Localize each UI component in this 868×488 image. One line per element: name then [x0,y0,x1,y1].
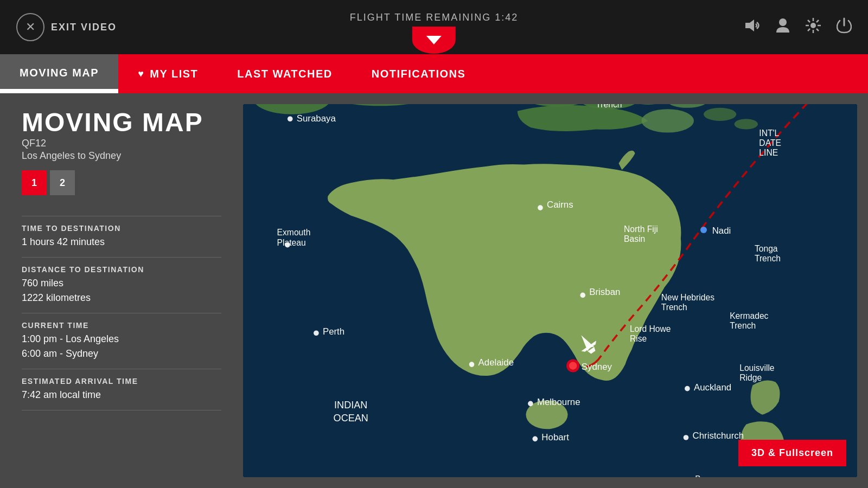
nav-notifications-label: NOTIFICATIONS [372,68,466,80]
svg-text:INT'L: INT'L [759,129,779,138]
svg-text:Perth: Perth [323,326,344,337]
svg-text:Trench: Trench [730,321,756,330]
svg-text:Christchurch: Christchurch [693,431,744,441]
svg-text:Trench: Trench [755,254,781,263]
current-time-sydney: 6:00 am - Sydney [22,346,221,361]
nav-moving-map-label: MOVING MAP [20,67,99,79]
svg-text:Tonga: Tonga [755,244,778,253]
svg-point-28 [314,330,319,336]
svg-text:Kermadec: Kermadec [730,311,768,320]
view-button-2[interactable]: 2 [50,170,75,195]
distance-to-destination-label: DISTANCE TO DESTINATION [22,265,221,274]
svg-text:Trench: Trench [661,303,687,312]
svg-line-9 [816,20,819,22]
svg-text:OCEAN: OCEAN [334,413,368,423]
svg-text:Boun...: Boun... [695,474,722,477]
time-to-destination-label: TIME TO DESTINATION [22,224,221,233]
svg-text:Adelaide: Adelaide [478,357,514,368]
star-icon[interactable] [805,17,821,37]
svg-text:Lord Howe: Lord Howe [630,324,671,333]
svg-point-24 [569,362,577,369]
flight-number: QF12 [22,138,221,149]
svg-point-2 [810,23,816,28]
svg-text:Nadi: Nadi [712,226,731,236]
view-button-1[interactable]: 1 [22,170,47,195]
svg-point-32 [532,436,538,442]
svg-text:Brisban: Brisban [589,287,620,297]
flight-time-info: FLIGHT TIME REMAINING 1:42 [350,0,518,54]
time-to-destination-value: 1 hours 42 minutes [22,235,221,249]
map-area: Surabaya New Britain Trench INT'L DATE L… [243,104,857,477]
svg-point-35 [684,435,689,440]
svg-point-34 [685,386,690,391]
person-icon[interactable] [776,17,790,37]
exit-circle-icon: ✕ [16,13,44,41]
exit-video-button[interactable]: ✕ EXIT VIDEO [16,13,117,41]
svg-text:Basin: Basin [624,234,645,243]
top-icon-group [744,17,852,37]
svg-text:Ridge: Ridge [739,373,762,382]
svg-text:Hobart: Hobart [541,432,569,442]
nav-last-watched[interactable]: LAST WATCHED [218,54,352,93]
divider-1 [22,216,221,216]
current-time-la: 1:00 pm - Los Angeles [22,332,221,346]
svg-point-21 [735,119,758,129]
svg-point-33 [700,227,707,233]
view-button-group: 1 2 [22,170,221,195]
dropdown-arrow-button[interactable] [412,27,456,54]
nav-notifications[interactable]: NOTIFICATIONS [352,54,486,93]
nav-my-list-label: MY LIST [150,68,198,80]
map-section-title: MOVING MAP [22,110,221,136]
svg-point-20 [704,108,736,121]
svg-text:Cairns: Cairns [547,200,573,210]
svg-text:Melbourne: Melbourne [537,397,580,407]
flight-time-remaining: FLIGHT TIME REMAINING 1:42 [350,0,518,23]
svg-point-31 [528,401,533,407]
svg-text:Louisville: Louisville [739,363,774,373]
svg-marker-0 [745,20,754,31]
svg-text:Plateau: Plateau [277,238,306,247]
top-bar: ✕ EXIT VIDEO FLIGHT TIME REMAINING 1:42 [0,0,868,54]
svg-text:Exmouth: Exmouth [277,228,311,237]
time-to-destination-section: TIME TO DESTINATION 1 hours 42 minutes [22,224,221,249]
distance-km: 1222 kilometres [22,291,221,305]
divider-4 [22,369,221,369]
estimated-arrival-label: ESTIMATED ARRIVAL TIME [22,377,221,386]
svg-point-19 [642,109,694,132]
distance-miles: 760 miles [22,276,221,291]
svg-point-29 [580,293,585,298]
svg-line-10 [808,29,810,31]
power-icon[interactable] [837,17,852,37]
divider-2 [22,257,221,258]
svg-text:New Hebrides: New Hebrides [661,293,714,302]
svg-text:Surabaya: Surabaya [297,113,336,124]
volume-icon[interactable] [744,18,761,36]
svg-text:Trench: Trench [596,104,622,109]
svg-text:INDIAN: INDIAN [334,400,367,410]
fullscreen-button[interactable]: 3D & Fullscreen [738,440,846,466]
distance-to-destination-section: DISTANCE TO DESTINATION 760 miles 1222 k… [22,265,221,305]
nav-bar: MOVING MAP ♥ MY LIST LAST WATCHED NOTIFI… [0,54,868,93]
estimated-arrival-section: ESTIMATED ARRIVAL TIME 7:42 am local tim… [22,377,221,402]
map-svg: Surabaya New Britain Trench INT'L DATE L… [243,104,857,477]
svg-text:Rise: Rise [630,334,647,343]
exit-video-label: EXIT VIDEO [51,22,117,33]
nav-my-list[interactable]: ♥ MY LIST [118,54,218,93]
svg-text:LINE: LINE [759,148,778,157]
divider-3 [22,313,221,313]
svg-text:DATE: DATE [759,138,781,147]
current-time-section: CURRENT TIME 1:00 pm - Los Angeles 6:00 … [22,321,221,361]
nav-moving-map[interactable]: MOVING MAP [0,54,118,93]
flight-route: Los Angeles to Sydney [22,150,221,162]
estimated-arrival-value: 7:42 am local time [22,388,221,402]
svg-line-7 [808,20,810,22]
svg-text:Sydney: Sydney [582,362,612,372]
divider-5 [22,410,221,410]
main-content: MOVING MAP QF12 Los Angeles to Sydney 1 … [0,93,868,488]
svg-point-26 [538,205,543,210]
map-background: Surabaya New Britain Trench INT'L DATE L… [243,104,857,477]
svg-point-30 [469,362,475,367]
current-time-label: CURRENT TIME [22,321,221,330]
svg-line-8 [816,29,819,31]
heart-icon: ♥ [138,68,144,80]
